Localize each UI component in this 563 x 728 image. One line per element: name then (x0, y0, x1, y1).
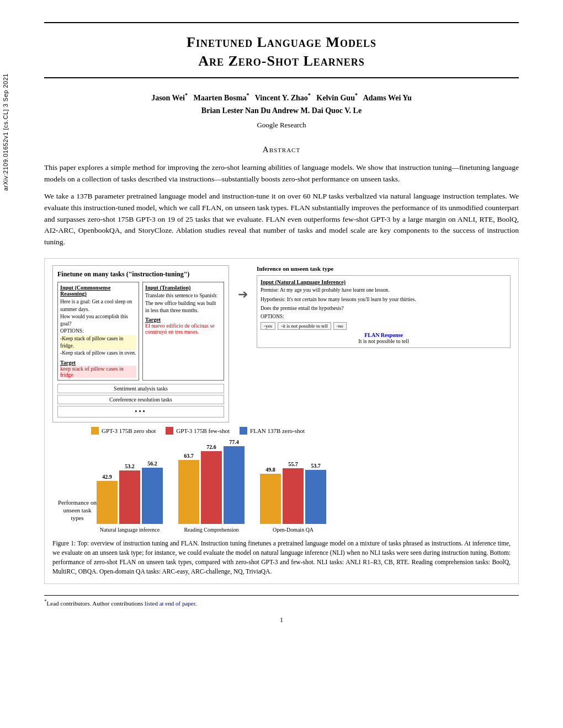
bar-nli-1: 42.9 (97, 474, 118, 524)
bar-group-nli: 42.9 53.2 56.2 Na (97, 461, 163, 533)
bar-rc-2: 72.6 (201, 444, 222, 524)
legend-label-2: GPT-3 175B few-shot (176, 427, 230, 434)
coreference-label: Coreference resolution tasks (57, 395, 224, 404)
page-number: 1 (44, 616, 519, 624)
abstract-heading: Abstract (44, 145, 519, 154)
legend-box-3 (240, 427, 247, 435)
task2-body: Translate this sentence to Spanish: The … (145, 292, 221, 314)
authors-line1: Jason Wei* Maarten Bosma* Vincent Y. Zha… (44, 90, 519, 104)
chart-bars: 42.9 53.2 56.2 Na (97, 439, 326, 533)
paper-title: Finetuned Language Models Are Zero-Shot … (44, 33, 519, 71)
bar-nli-2: 53.2 (119, 463, 140, 524)
legend-label-1: GPT-3 175B zero shot (102, 427, 156, 434)
task-col-2: Input (Translation) Translate this sente… (142, 282, 224, 380)
inference-options-label: OPTIONS: (261, 313, 507, 320)
chart-legend: GPT-3 175B zero shot GPT-3 175B few-shot… (91, 427, 505, 435)
footnote-link[interactable]: listed at end of paper (145, 599, 195, 606)
bar-nli-xlabel: Natural language inference (100, 526, 160, 533)
title-rule (44, 77, 519, 78)
arrow-icon: ➔ (235, 287, 251, 302)
task2-target-value: El nuevo edificio de oficinas se constru… (145, 323, 221, 335)
task2-header: Input (Translation) (145, 285, 221, 291)
figure-caption: Figure 1: Top: overview of instruction t… (52, 539, 511, 577)
legend-box-1 (91, 427, 99, 435)
footnote: *Lead contributors. Author contributions… (44, 595, 519, 607)
task1-target-label: Target (60, 360, 136, 366)
legend-box-2 (166, 427, 173, 435)
bar-rc-1-value: 63.7 (184, 453, 194, 459)
inference-task-box: Input (Natural Language Inference) Premi… (257, 275, 511, 348)
inference-question: Does the premise entail the hypothesis? (261, 305, 507, 312)
abstract-para2: We take a 137B parameter pretrained lang… (44, 191, 519, 249)
flan-response-label: FLAN Response (261, 332, 507, 338)
title-section: Finetuned Language Models Are Zero-Shot … (44, 33, 519, 71)
bar-qa-2-rect (283, 468, 304, 524)
bar-group-qa: 49.8 55.7 53.7 Op (260, 461, 326, 533)
legend-item-1: GPT-3 175B zero shot (91, 427, 156, 435)
abstract-para1: This paper explores a simple method for … (44, 162, 519, 185)
chart-area: GPT-3 175B zero shot GPT-3 175B few-shot… (52, 427, 511, 533)
bar-rc-3: 77.4 (224, 439, 245, 524)
bar-qa-3: 53.7 (305, 463, 326, 524)
bar-nli-3-rect (142, 468, 163, 524)
figure-1: Finetune on many tasks ("instruction-tun… (44, 258, 519, 584)
inference-box: Inference on unseen task type Input (Nat… (257, 265, 511, 348)
task1-options: OPTIONS: (60, 328, 136, 335)
task2-target-label: Target (145, 317, 221, 323)
bar-nli-2-rect (119, 470, 140, 524)
inference-options-row: -yes -it is not possible to tell -no (261, 322, 507, 330)
bar-nli-2-value: 53.2 (125, 463, 135, 469)
flan-answer: It is not possible to tell (261, 338, 507, 344)
task2-line2: The new office building was built in les… (145, 300, 221, 315)
task1-header: Input (Commonsense Reasoning) (60, 285, 136, 297)
bar-nli-1-value: 42.9 (102, 474, 112, 480)
bar-qa-3-rect (305, 470, 326, 524)
task1-opt2: -Keep stack of pillow cases in oven. (60, 350, 136, 357)
legend-label-3: FLAN 137B zero-shot (250, 427, 305, 434)
page: arXiv:2109.01652v1 [cs.CL] 3 Sep 2021 Fi… (0, 0, 563, 728)
inference-premise: Premise: At my age you will probably hav… (261, 287, 507, 294)
chart-ylabel: Performance on unseen task types (58, 499, 97, 533)
bar-group-rc: 63.7 72.6 77.4 Re (178, 439, 245, 533)
bar-qa-xlabel: Open-Domain QA (273, 526, 314, 533)
bar-rc-3-rect (224, 446, 245, 524)
bar-nli-3: 56.2 (142, 461, 163, 524)
bar-qa-2: 55.7 (283, 461, 304, 524)
task1-opt1: -Keep stack of pillow cases in fridge. (60, 335, 136, 350)
authors-line2: Brian Lester Nan Du Andrew M. Dai Quoc V… (44, 104, 519, 117)
bar-qa-2-value: 55.7 (288, 461, 298, 467)
bar-qa-1-value: 49.8 (265, 467, 275, 473)
task-col-1: Input (Commonsense Reasoning) Here is a … (57, 282, 139, 380)
bar-qa-1-rect (260, 474, 281, 524)
task1-line1: Here is a goal: Get a cool sleep on summ… (60, 298, 136, 313)
inference-task-header: Input (Natural Language Inference) (261, 279, 507, 285)
bar-qa-1: 49.8 (260, 467, 281, 524)
affiliation: Google Research (44, 121, 519, 130)
authors-section: Jason Wei* Maarten Bosma* Vincent Y. Zha… (44, 90, 519, 117)
bar-rc-3-value: 77.4 (229, 439, 239, 445)
dots: ••• (57, 406, 224, 417)
legend-item-3: FLAN 137B zero-shot (240, 427, 305, 435)
sentiment-label: Sentiment analysis tasks (57, 384, 224, 393)
task-columns-row: Input (Commonsense Reasoning) Here is a … (57, 282, 224, 380)
option-possible: -it is not possible to tell (278, 322, 331, 330)
finetune-box: Finetune on many tasks ("instruction-tun… (52, 265, 229, 422)
bar-rc-2-rect (201, 451, 222, 524)
bar-nli-3-value: 56.2 (147, 461, 157, 467)
option-yes: -yes (261, 322, 275, 330)
inference-title: Inference on unseen task type (257, 265, 511, 272)
bar-nli-1-rect (97, 481, 118, 524)
bar-rc-2-value: 72.6 (206, 444, 216, 450)
bar-group-rc-bars: 63.7 72.6 77.4 (178, 439, 245, 524)
figure-top: Finetune on many tasks ("instruction-tun… (52, 265, 511, 422)
chart-wrapper: Performance on unseen task types 42.9 53… (58, 439, 505, 533)
bar-rc-1-rect (178, 460, 199, 524)
legend-item-2: GPT-3 175B few-shot (166, 427, 230, 435)
bar-group-nli-bars: 42.9 53.2 56.2 (97, 461, 163, 524)
task1-line2: How would you accomplish this goal? (60, 313, 136, 328)
arxiv-label: arXiv:2109.01652v1 [cs.CL] 3 Sep 2021 (2, 73, 9, 191)
inference-hypothesis: Hypothesis: It's not certain how many le… (261, 296, 507, 303)
task1-target-value: keep stack of pillow cases in fridge (60, 366, 136, 378)
footnote-asterisk: * (44, 598, 47, 604)
finetune-title: Finetune on many tasks ("instruction-tun… (57, 270, 224, 279)
